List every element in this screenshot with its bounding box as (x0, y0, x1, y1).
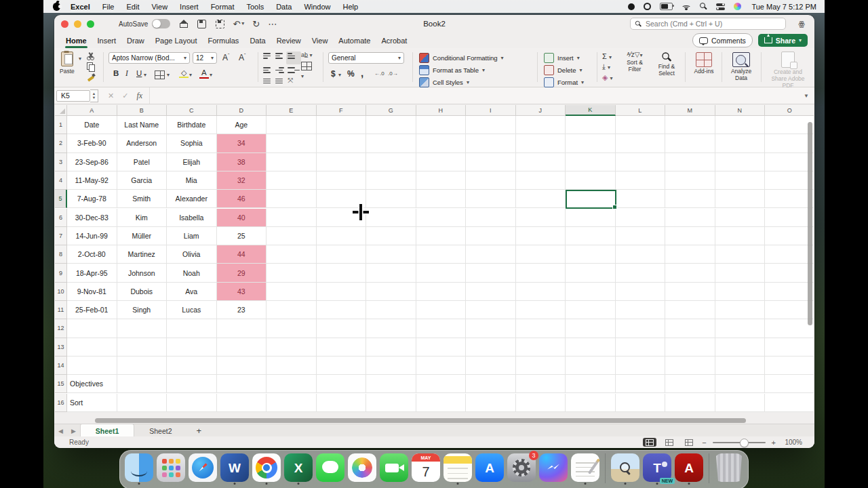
undo-icon[interactable]: ↶ (233, 20, 240, 28)
cell-D13[interactable] (217, 338, 267, 357)
cell-B14[interactable] (117, 357, 167, 375)
cell-L3[interactable] (616, 153, 666, 171)
zoom-out-button[interactable]: − (702, 439, 706, 447)
cell-G7[interactable] (366, 227, 416, 245)
cell-N8[interactable] (715, 245, 766, 264)
cell-B6[interactable]: Kim (117, 209, 167, 227)
cell-C14[interactable] (167, 357, 217, 375)
row-header-16[interactable]: 16 (55, 394, 67, 412)
cell-J7[interactable] (516, 227, 566, 245)
cell-J5[interactable] (516, 190, 566, 208)
next-sheet-icon[interactable]: ▶ (67, 428, 80, 434)
decrease-decimal-icon[interactable]: .0→ (388, 70, 398, 77)
cell-M14[interactable] (665, 357, 715, 375)
fill-color-dropdown-icon[interactable]: ▾ (189, 73, 192, 78)
align-left-icon[interactable] (263, 67, 275, 73)
cell-styles-button[interactable]: Cell Styles▾ (419, 77, 469, 87)
cell-I12[interactable] (466, 319, 516, 338)
align-right-icon[interactable] (288, 67, 300, 73)
cell-E12[interactable] (267, 319, 317, 338)
cell-L10[interactable] (616, 283, 666, 301)
dock-icon-trash[interactable] (714, 453, 744, 483)
tab-insert[interactable]: Insert (93, 35, 121, 47)
col-header-J[interactable]: J (516, 105, 566, 116)
cell-D8[interactable]: 44 (217, 245, 267, 264)
cell-B4[interactable]: Garcia (117, 171, 167, 190)
share-button[interactable]: Share ▾ (758, 34, 808, 47)
row-header-13[interactable]: 13 (55, 338, 67, 357)
cell-M3[interactable] (665, 153, 715, 171)
format-as-table-button[interactable]: Format as Table▾ (419, 65, 485, 75)
cell-D11[interactable]: 23 (217, 301, 267, 319)
merge-dropdown-icon[interactable]: ▾ (301, 74, 313, 79)
cell-I6[interactable] (466, 209, 516, 227)
cell-O10[interactable] (765, 283, 814, 301)
tab-automate[interactable]: Automate (334, 35, 375, 47)
format-cells-button[interactable]: Format▾ (544, 77, 584, 87)
autosum-icon[interactable]: Σ ▾ (602, 52, 613, 60)
orientation-icon[interactable]: ⤧ (288, 77, 300, 83)
add-sheet-button[interactable]: + (187, 426, 212, 436)
cell-L12[interactable] (616, 319, 666, 338)
cell-J16[interactable] (516, 394, 566, 412)
menu-window[interactable]: Window (298, 3, 336, 11)
cell-H3[interactable] (416, 153, 467, 171)
cell-D7[interactable]: 25 (217, 227, 267, 245)
cell-L11[interactable] (616, 301, 666, 319)
cell-L8[interactable] (616, 245, 666, 264)
col-header-E[interactable]: E (267, 105, 317, 116)
cell-F9[interactable] (317, 264, 367, 282)
cell-I14[interactable] (466, 357, 516, 375)
cell-M8[interactable] (665, 245, 715, 264)
cell-C8[interactable]: Olivia (167, 245, 217, 264)
cell-O5[interactable] (765, 190, 814, 208)
cell-J9[interactable] (516, 264, 566, 282)
cell-N13[interactable] (715, 338, 766, 357)
cell-G15[interactable] (366, 375, 416, 393)
align-top-icon[interactable] (263, 53, 275, 63)
save-as-icon[interactable] (216, 20, 224, 28)
menu-tools[interactable]: Tools (240, 3, 270, 11)
cell-B10[interactable]: Dubois (117, 283, 167, 301)
search-input[interactable]: Search (Cmd + Ctrl + U) (630, 18, 786, 30)
cell-M16[interactable] (665, 394, 715, 412)
cell-F10[interactable] (317, 283, 367, 301)
cell-J14[interactable] (516, 357, 566, 375)
cell-L5[interactable] (616, 190, 666, 208)
name-box[interactable]: K5 (56, 90, 90, 102)
zoom-slider[interactable] (713, 442, 766, 443)
menu-edit[interactable]: Edit (120, 3, 145, 11)
align-center-icon[interactable] (275, 67, 288, 73)
cell-K3[interactable] (566, 153, 616, 171)
cell-N3[interactable] (715, 153, 766, 171)
borders-dropdown-icon[interactable]: ▾ (167, 73, 170, 78)
horizontal-scrollbar[interactable] (95, 418, 746, 423)
cell-G4[interactable] (366, 171, 416, 190)
cell-I15[interactable] (466, 375, 516, 393)
cell-L1[interactable] (616, 116, 666, 134)
cell-C13[interactable] (167, 338, 217, 357)
cell-G14[interactable] (366, 357, 416, 375)
cell-A3[interactable]: 23-Sep-86 (67, 153, 117, 171)
create-share-adobe-pdf-button[interactable]: Create and Share Adobe PDF (766, 52, 810, 89)
cell-F4[interactable] (317, 171, 367, 190)
currency-format-icon[interactable]: $ (331, 69, 336, 79)
cell-O9[interactable] (765, 264, 814, 282)
row-header-4[interactable]: 4 (55, 171, 67, 190)
cell-L4[interactable] (616, 171, 666, 190)
cell-O7[interactable] (765, 227, 814, 245)
cell-I10[interactable] (466, 283, 516, 301)
dock-icon-system-settings[interactable]: 3 (507, 453, 536, 483)
cell-O4[interactable] (765, 171, 814, 190)
cell-A1[interactable]: Date (67, 116, 117, 134)
cell-A15[interactable]: Objectives (67, 375, 117, 393)
insert-function-icon[interactable]: fx (136, 91, 142, 101)
cell-J12[interactable] (516, 319, 566, 338)
cell-E14[interactable] (267, 357, 317, 375)
cell-E5[interactable] (267, 190, 317, 208)
cell-I8[interactable] (466, 245, 516, 264)
cell-B8[interactable]: Martinez (117, 245, 167, 264)
cell-C16[interactable] (167, 394, 217, 412)
cell-E15[interactable] (267, 375, 317, 393)
italic-button[interactable]: I (123, 70, 130, 78)
